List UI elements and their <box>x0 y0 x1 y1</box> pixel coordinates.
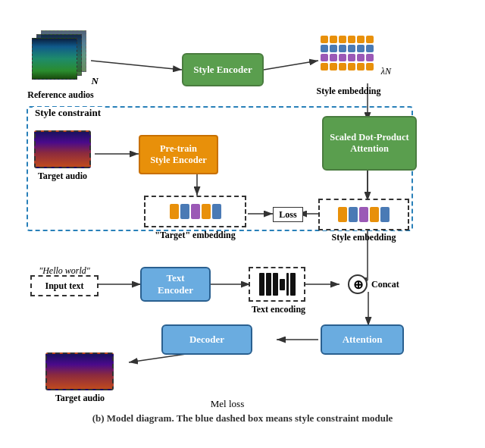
target-audio-bottom-box <box>45 352 114 390</box>
concat-circle: ⊕ <box>348 274 368 294</box>
reference-audios-label: Reference audios <box>27 89 95 101</box>
loss-label: Loss <box>273 207 303 222</box>
input-text-box: Input text <box>30 275 99 296</box>
style-encoder-box: Style Encoder <box>182 53 264 86</box>
style-embedding-bottom-box <box>318 199 409 230</box>
text-encoding-label: Text encoding <box>246 304 311 315</box>
pretrain-style-encoder-box: Pre-train Style Encoder <box>139 135 218 174</box>
caption: (b) Model diagram. The blue dashed box m… <box>23 412 462 425</box>
svg-line-3 <box>264 61 318 70</box>
style-embedding-top: λN <box>317 23 377 83</box>
target-audio-top <box>34 130 91 168</box>
style-embedding-bottom-label: Style embedding <box>318 232 409 243</box>
text-encoding-box <box>249 267 305 302</box>
lambda-n-top: λN <box>381 66 391 77</box>
decoder-box: Decoder <box>161 324 252 355</box>
attention-box: Attention <box>321 324 404 355</box>
style-constraint-label: Style constraint <box>33 107 103 119</box>
concat-label: Concat <box>371 279 399 290</box>
mel-loss-label: Mel loss <box>189 398 265 410</box>
svg-line-2 <box>91 61 182 70</box>
style-embedding-top-label: Style embedding <box>314 86 383 97</box>
caption-label: (b) Model diagram. The blue dashed box m… <box>92 412 393 424</box>
scaled-dot-product-attention-box: Scaled Dot-Product Attention <box>322 116 417 171</box>
n-label: N <box>92 75 99 87</box>
target-audio-top-label: Target audio <box>34 171 91 182</box>
target-embedding-label: "Target" embedding <box>144 230 246 241</box>
target-embedding-box <box>144 196 246 227</box>
text-encoder-box: Text Encoder <box>140 267 211 302</box>
target-audio-bottom-label: Target audio <box>44 393 116 404</box>
reference-audios-box: N <box>30 30 99 87</box>
